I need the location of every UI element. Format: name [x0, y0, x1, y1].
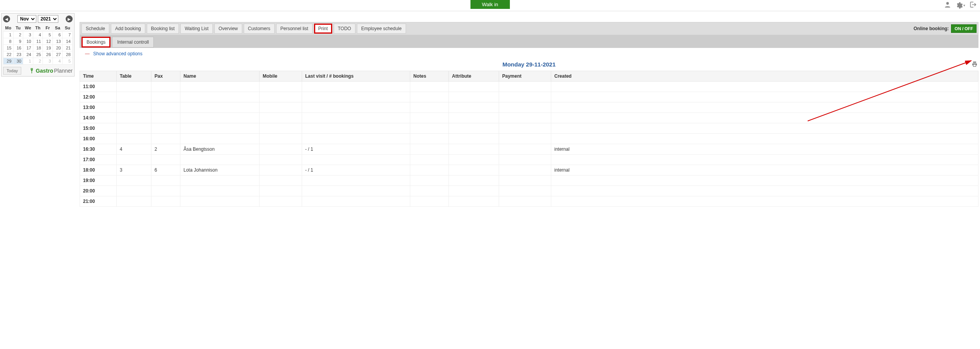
main-tab-add-booking[interactable]: Add booking	[111, 24, 145, 34]
cal-day[interactable]: 3	[43, 58, 53, 65]
cell-time: 14:00	[80, 113, 117, 123]
cal-year-select[interactable]: 2021	[38, 15, 58, 23]
sub-tab-internal-controll[interactable]: Internal controll	[112, 37, 154, 48]
cal-day[interactable]: 2	[13, 32, 23, 38]
table-row[interactable]: 15:00	[80, 123, 978, 134]
cell-pax	[151, 196, 180, 207]
table-row[interactable]: 21:00	[80, 196, 978, 207]
main-tab-todo[interactable]: TODO	[334, 24, 355, 34]
cal-day[interactable]: 11	[33, 38, 43, 45]
main-tab-print[interactable]: Print	[314, 24, 332, 34]
cal-day[interactable]: 9	[13, 38, 23, 45]
cell-attribute	[449, 92, 499, 102]
cell-attribute	[449, 113, 499, 123]
table-row[interactable]: 18:0036Lota Johannison- / 1internal	[80, 165, 978, 175]
cal-day[interactable]: 4	[33, 32, 43, 38]
cal-day[interactable]: 29	[3, 58, 14, 65]
collapse-icon[interactable]: —	[85, 51, 90, 56]
table-row[interactable]: 16:00	[80, 134, 978, 144]
table-row[interactable]: 17:00	[80, 155, 978, 165]
cal-day[interactable]: 17	[23, 45, 33, 51]
top-bar: Walk in ▾	[0, 0, 980, 11]
cal-month-select[interactable]: Nov	[17, 15, 36, 23]
cal-day[interactable]: 24	[23, 51, 33, 58]
cell-last	[302, 102, 410, 113]
walk-in-button[interactable]: Walk in	[470, 0, 510, 9]
cal-day[interactable]: 4	[53, 58, 63, 65]
cell-payment	[499, 92, 551, 102]
cal-day[interactable]: 16	[13, 45, 23, 51]
cal-day[interactable]: 23	[13, 51, 23, 58]
sub-tab-bookings[interactable]: Bookings	[82, 37, 110, 48]
cal-day[interactable]: 30	[13, 58, 23, 65]
cal-day[interactable]: 2	[33, 58, 43, 65]
cell-notes	[410, 155, 449, 165]
cal-day[interactable]: 20	[53, 45, 63, 51]
settings-icon[interactable]: ▾	[955, 2, 965, 9]
cell-created	[551, 113, 978, 123]
logout-icon[interactable]	[969, 1, 977, 10]
cell-table	[117, 123, 151, 134]
cal-day[interactable]: 14	[63, 38, 73, 45]
today-button[interactable]: Today	[3, 67, 21, 75]
table-row[interactable]: 19:00	[80, 175, 978, 186]
table-row[interactable]: 16:3042Åsa Bengtsson- / 1internal	[80, 144, 978, 155]
cell-created	[551, 196, 978, 207]
cell-mobile	[260, 175, 302, 186]
table-row[interactable]: 13:00	[80, 102, 978, 113]
sub-tabs-bar: BookingsInternal controll	[80, 35, 978, 48]
cal-day[interactable]: 5	[63, 58, 73, 65]
cell-created	[551, 175, 978, 186]
cell-name	[180, 186, 260, 196]
main-tab-waiting-list[interactable]: Waiting List	[180, 24, 213, 34]
cal-day[interactable]: 26	[43, 51, 53, 58]
cal-day[interactable]: 1	[23, 58, 33, 65]
cal-day[interactable]: 18	[33, 45, 43, 51]
table-row[interactable]: 11:00	[80, 82, 978, 92]
cell-time: 16:00	[80, 134, 117, 144]
main-tab-overview[interactable]: Overview	[214, 24, 242, 34]
main-tab-booking-list[interactable]: Booking list	[147, 24, 179, 34]
online-booking-toggle[interactable]: ON / OFF	[951, 24, 977, 33]
cal-day[interactable]: 21	[63, 45, 73, 51]
cal-grid: MoTuWeThFrSaSu 1234567891011121314151617…	[3, 24, 73, 65]
cal-day[interactable]: 5	[43, 32, 53, 38]
cal-day[interactable]: 7	[63, 32, 73, 38]
cal-day[interactable]: 1	[3, 32, 14, 38]
table-row[interactable]: 14:00	[80, 113, 978, 123]
cell-payment	[499, 144, 551, 155]
main-tab-employee-schedule[interactable]: Employee schedule	[357, 24, 406, 34]
cal-day[interactable]: 12	[43, 38, 53, 45]
cell-name	[180, 92, 260, 102]
cal-day[interactable]: 25	[33, 51, 43, 58]
cal-prev-button[interactable]: ◀	[3, 15, 10, 22]
cell-time: 12:00	[80, 92, 117, 102]
cal-next-button[interactable]: ▶	[66, 15, 73, 22]
cell-payment	[499, 175, 551, 186]
cell-notes	[410, 123, 449, 134]
cal-day[interactable]: 6	[53, 32, 63, 38]
table-row[interactable]: 20:00	[80, 186, 978, 196]
main-tab-schedule[interactable]: Schedule	[82, 24, 109, 34]
cal-day[interactable]: 22	[3, 51, 14, 58]
cal-day[interactable]: 13	[53, 38, 63, 45]
cell-table	[117, 186, 151, 196]
cal-day[interactable]: 8	[3, 38, 14, 45]
table-row[interactable]: 12:00	[80, 92, 978, 102]
cell-mobile	[260, 82, 302, 92]
cal-day[interactable]: 27	[53, 51, 63, 58]
cal-day[interactable]: 10	[23, 38, 33, 45]
print-icon[interactable]	[972, 61, 978, 68]
cell-pax: 6	[151, 165, 180, 175]
cal-day[interactable]: 19	[43, 45, 53, 51]
cal-day[interactable]: 15	[3, 45, 14, 51]
cell-table: 3	[117, 165, 151, 175]
user-icon[interactable]	[944, 1, 951, 10]
cell-last	[302, 155, 410, 165]
main-tab-personnel-list[interactable]: Personnel list	[276, 24, 313, 34]
show-advanced-options-link[interactable]: Show advanced options	[93, 51, 142, 56]
cal-day[interactable]: 28	[63, 51, 73, 58]
col-time: Time	[80, 71, 117, 82]
main-tab-customers[interactable]: Customers	[244, 24, 275, 34]
cal-day[interactable]: 3	[23, 32, 33, 38]
